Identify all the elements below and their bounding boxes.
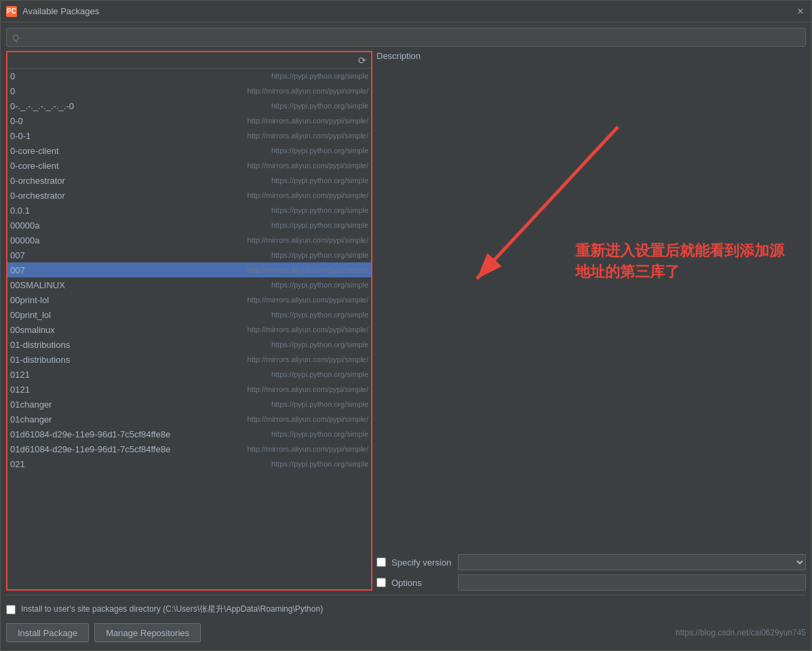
package-source: http://mirrors.aliyun.com/pypi/simple/ bbox=[189, 266, 368, 274]
install-package-button[interactable]: Install Package bbox=[6, 623, 89, 642]
package-name: 0-core-client bbox=[10, 161, 189, 171]
package-row[interactable]: 021https://pypi.python.org/simple bbox=[7, 456, 371, 471]
title-bar: PC Available Packages × bbox=[1, 1, 811, 22]
options-checkbox[interactable] bbox=[376, 578, 386, 587]
package-source: https://pypi.python.org/simple bbox=[189, 370, 368, 378]
watermark-text: https://blog.csdn.net/cai0629yun745 bbox=[676, 628, 806, 637]
package-name: 0-orchestrator bbox=[10, 191, 189, 201]
annotation-text: 重新进入设置后就能看到添加源地址的第三库了 bbox=[575, 241, 792, 283]
package-name: 01d61084-d29e-11e9-96d1-7c5cf84ffe8e bbox=[10, 429, 189, 439]
package-row[interactable]: 007https://pypi.python.org/simple bbox=[7, 248, 371, 262]
package-source: http://mirrors.aliyun.com/pypi/simple/ bbox=[189, 355, 368, 363]
package-row[interactable]: 00000ahttp://mirrors.aliyun.com/pypi/sim… bbox=[7, 233, 371, 248]
package-source: https://pypi.python.org/simple bbox=[189, 311, 368, 319]
package-name: 0 bbox=[10, 86, 189, 96]
package-source: https://pypi.python.org/simple bbox=[189, 460, 368, 468]
package-name: 00000a bbox=[10, 235, 189, 245]
package-source: http://mirrors.aliyun.com/pypi/simple/ bbox=[189, 161, 368, 170]
package-name: 0121 bbox=[10, 384, 189, 395]
install-to-user-label: Install to user's site packages director… bbox=[21, 604, 806, 615]
package-name: 0-core-client bbox=[10, 146, 189, 156]
package-source: https://pypi.python.org/simple bbox=[189, 400, 368, 408]
package-source: https://pypi.python.org/simple bbox=[189, 430, 368, 438]
package-row[interactable]: 00000ahttps://pypi.python.org/simple bbox=[7, 218, 371, 233]
package-row[interactable]: 0-orchestratorhttps://pypi.python.org/si… bbox=[7, 173, 371, 188]
package-source: https://pypi.python.org/simple bbox=[189, 340, 368, 349]
package-source: https://pypi.python.org/simple bbox=[189, 251, 368, 259]
package-row[interactable]: 01-distributionshttp://mirrors.aliyun.co… bbox=[7, 352, 371, 367]
right-panel: Description 重新进入设置后就能看到添加源地址的第三库了 bbox=[376, 51, 806, 591]
package-source: http://mirrors.aliyun.com/pypi/simple/ bbox=[189, 87, 368, 95]
install-to-user-checkbox[interactable] bbox=[6, 605, 16, 614]
refresh-button[interactable]: ⟳ bbox=[356, 54, 368, 66]
package-name: 0-._.-._.-._.-._.-0 bbox=[10, 101, 189, 111]
package-source: http://mirrors.aliyun.com/pypi/simple/ bbox=[189, 385, 368, 393]
package-name: 00print-lol bbox=[10, 295, 189, 305]
package-name: 01changer bbox=[10, 414, 189, 425]
package-row[interactable]: 0-core-clienthttps://pypi.python.org/sim… bbox=[7, 143, 371, 158]
app-icon: PC bbox=[6, 6, 17, 17]
package-name: 01-distributions bbox=[10, 355, 189, 365]
package-row[interactable]: 00print-lolhttp://mirrors.aliyun.com/pyp… bbox=[7, 292, 371, 307]
package-name: 01changer bbox=[10, 399, 189, 410]
package-name: 0.0.1 bbox=[10, 205, 189, 216]
package-name: 0-orchestrator bbox=[10, 176, 189, 186]
package-name: 0-0 bbox=[10, 116, 189, 126]
package-row[interactable]: 01-distributionshttps://pypi.python.org/… bbox=[7, 337, 371, 352]
specify-version-checkbox[interactable] bbox=[376, 557, 386, 567]
options-input[interactable] bbox=[458, 574, 806, 591]
package-source: https://pypi.python.org/simple bbox=[189, 206, 368, 214]
package-row[interactable]: 0https://pypi.python.org/simple bbox=[7, 68, 371, 83]
description-label: Description bbox=[376, 51, 806, 61]
package-source: http://mirrors.aliyun.com/pypi/simple/ bbox=[189, 117, 368, 125]
package-list[interactable]: 0https://pypi.python.org/simple0http://m… bbox=[7, 68, 371, 589]
package-name: 0121 bbox=[10, 370, 189, 380]
package-row[interactable]: 01d61084-d29e-11e9-96d1-7c5cf84ffe8ehttp… bbox=[7, 427, 371, 441]
package-name: 01d61084-d29e-11e9-96d1-7c5cf84ffe8e bbox=[10, 444, 189, 454]
window-title: Available Packages bbox=[22, 6, 795, 16]
package-row[interactable]: 0-._.-._.-._.-._.-0https://pypi.python.o… bbox=[7, 98, 371, 113]
package-row[interactable]: 01d61084-d29e-11e9-96d1-7c5cf84ffe8ehttp… bbox=[7, 441, 371, 456]
package-source: https://pypi.python.org/simple bbox=[189, 102, 368, 110]
package-row[interactable]: 00smalinuxhttp://mirrors.aliyun.com/pypi… bbox=[7, 322, 371, 337]
package-source: http://mirrors.aliyun.com/pypi/simple/ bbox=[189, 415, 368, 423]
package-row[interactable]: 0-orchestratorhttp://mirrors.aliyun.com/… bbox=[7, 188, 371, 203]
package-source: http://mirrors.aliyun.com/pypi/simple/ bbox=[189, 326, 368, 334]
bottom-options: Specify version Options bbox=[376, 554, 806, 591]
package-row[interactable]: 0http://mirrors.aliyun.com/pypi/simple/ bbox=[7, 83, 371, 98]
package-row[interactable]: 01changerhttp://mirrors.aliyun.com/pypi/… bbox=[7, 412, 371, 427]
specify-version-row: Specify version bbox=[376, 554, 806, 570]
package-name: 0 bbox=[10, 71, 189, 81]
footer: Install to user's site packages director… bbox=[6, 595, 806, 619]
manage-repositories-button[interactable]: Manage Repositories bbox=[94, 623, 201, 642]
package-row[interactable]: 0121http://mirrors.aliyun.com/pypi/simpl… bbox=[7, 382, 371, 397]
options-row: Options bbox=[376, 574, 806, 591]
package-name: 0-0-1 bbox=[10, 131, 189, 141]
package-source: http://mirrors.aliyun.com/pypi/simple/ bbox=[189, 236, 368, 244]
package-row[interactable]: 0-core-clienthttp://mirrors.aliyun.com/p… bbox=[7, 158, 371, 173]
list-header: ⟳ bbox=[7, 52, 371, 68]
package-name: 007 bbox=[10, 250, 189, 260]
package-name: 00SMALINUX bbox=[10, 280, 189, 290]
package-name: 007 bbox=[10, 265, 189, 275]
close-button[interactable]: × bbox=[795, 6, 806, 17]
available-packages-window: PC Available Packages × ⟳ 0https://pypi.… bbox=[0, 0, 812, 651]
specify-version-label: Specify version bbox=[391, 557, 452, 568]
package-name: 00smalinux bbox=[10, 325, 189, 335]
package-source: https://pypi.python.org/simple bbox=[189, 221, 368, 229]
search-input[interactable] bbox=[6, 28, 806, 47]
package-row[interactable]: 00SMALINUXhttps://pypi.python.org/simple bbox=[7, 277, 371, 292]
main-content: ⟳ 0https://pypi.python.org/simple0http:/… bbox=[1, 22, 811, 650]
main-area: ⟳ 0https://pypi.python.org/simple0http:/… bbox=[6, 51, 806, 591]
description-area bbox=[376, 68, 806, 549]
package-row[interactable]: 0-0http://mirrors.aliyun.com/pypi/simple… bbox=[7, 113, 371, 128]
package-list-panel: ⟳ 0https://pypi.python.org/simple0http:/… bbox=[6, 51, 372, 591]
package-row[interactable]: 0-0-1http://mirrors.aliyun.com/pypi/simp… bbox=[7, 128, 371, 143]
package-row[interactable]: 0.0.1https://pypi.python.org/simple bbox=[7, 203, 371, 218]
package-row[interactable]: 00print_lolhttps://pypi.python.org/simpl… bbox=[7, 307, 371, 322]
package-row[interactable]: 01changerhttps://pypi.python.org/simple bbox=[7, 397, 371, 412]
specify-version-select[interactable] bbox=[458, 554, 806, 570]
package-row[interactable]: 0121https://pypi.python.org/simple bbox=[7, 367, 371, 382]
package-row[interactable]: 007http://mirrors.aliyun.com/pypi/simple… bbox=[7, 262, 371, 277]
package-source: https://pypi.python.org/simple bbox=[189, 281, 368, 289]
